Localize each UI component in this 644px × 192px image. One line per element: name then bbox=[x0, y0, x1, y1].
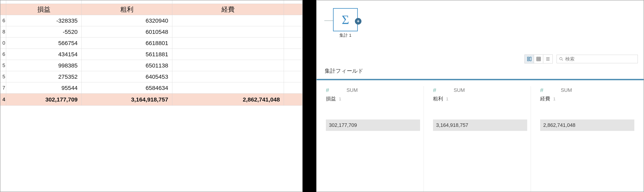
cell[interactable] bbox=[172, 38, 284, 48]
cards-icon bbox=[527, 56, 532, 62]
table-row[interactable]: 6 -328335 6320940 bbox=[0, 15, 302, 26]
cell[interactable]: 566754 bbox=[6, 38, 82, 48]
cell[interactable]: 6501138 bbox=[82, 60, 172, 71]
field-index: 1 bbox=[446, 96, 448, 101]
aggregate-value: 2,862,741,048 bbox=[540, 120, 634, 131]
table-row[interactable]: 8 -5520 6010548 bbox=[0, 26, 302, 38]
view-cards-button[interactable] bbox=[525, 55, 534, 63]
total-profit[interactable]: 302,177,709 bbox=[6, 94, 82, 106]
cell[interactable]: -5520 bbox=[6, 26, 82, 37]
view-list-button[interactable] bbox=[543, 55, 552, 63]
cell[interactable] bbox=[172, 71, 284, 82]
svg-line-12 bbox=[562, 60, 563, 61]
number-type-icon: # bbox=[433, 87, 436, 94]
cell[interactable]: 275352 bbox=[6, 71, 82, 82]
table-row[interactable]: 0 566754 6618801 bbox=[0, 38, 302, 49]
col-header-profit[interactable]: 損益 bbox=[6, 4, 82, 15]
cell[interactable]: 6584634 bbox=[82, 82, 172, 94]
flow-canvas[interactable]: Σ + 集計 1 bbox=[316, 0, 644, 52]
row-number: 8 bbox=[0, 26, 6, 37]
col-header-gross[interactable]: 粗利 bbox=[82, 4, 172, 15]
row-number: 6 bbox=[0, 15, 6, 26]
field-name: 損益 bbox=[326, 96, 336, 102]
table-row[interactable]: 5 998385 6501138 bbox=[0, 60, 302, 71]
cell[interactable] bbox=[172, 26, 284, 37]
row-number: 5 bbox=[0, 60, 6, 71]
svg-rect-3 bbox=[537, 57, 540, 61]
number-type-icon: # bbox=[326, 87, 329, 94]
svg-point-11 bbox=[560, 58, 562, 60]
table-row[interactable]: 7 95544 6584634 bbox=[0, 82, 302, 94]
row-number: 5 bbox=[0, 71, 6, 82]
row-number: 4 bbox=[0, 94, 6, 106]
spreadsheet-panel: 損益 粗利 経費 6 -328335 6320940 8 -5520 60105… bbox=[0, 0, 303, 192]
cell[interactable]: 6010548 bbox=[82, 26, 172, 37]
aggregate-value: 3,164,918,757 bbox=[433, 120, 527, 131]
row-number: 7 bbox=[0, 82, 6, 94]
field-name: 粗利 bbox=[433, 96, 443, 102]
total-expense[interactable]: 2,862,741,048 bbox=[172, 94, 284, 106]
cell[interactable] bbox=[172, 49, 284, 60]
aggregate-node[interactable]: Σ + 集計 1 bbox=[333, 8, 358, 38]
cell[interactable] bbox=[172, 60, 284, 71]
add-step-button[interactable]: + bbox=[355, 18, 362, 24]
list-icon bbox=[545, 56, 550, 62]
search-input[interactable] bbox=[565, 56, 635, 62]
node-label: 集計 1 bbox=[333, 32, 358, 38]
section-title: 集計フィールド bbox=[316, 66, 644, 80]
table-row[interactable]: 6 434154 5611881 bbox=[0, 49, 302, 60]
cell[interactable]: 5611881 bbox=[82, 49, 172, 60]
row-number: 0 bbox=[0, 38, 6, 48]
cell[interactable] bbox=[172, 15, 284, 26]
row-number: 6 bbox=[0, 49, 6, 60]
cell[interactable]: 6320940 bbox=[82, 15, 172, 26]
cell[interactable] bbox=[172, 82, 284, 94]
total-gross[interactable]: 3,164,918,757 bbox=[82, 94, 172, 106]
cell[interactable]: 6405453 bbox=[82, 71, 172, 82]
vertical-divider bbox=[303, 0, 316, 192]
field-name: 経費 bbox=[540, 96, 550, 102]
search-icon bbox=[559, 57, 563, 61]
svg-rect-2 bbox=[528, 59, 529, 61]
results-toolbar bbox=[316, 52, 644, 66]
aggregate-card-expense[interactable]: # SUM 経費 1 2,862,741,048 bbox=[537, 86, 638, 192]
aggregate-value: 302,177,709 bbox=[326, 120, 420, 131]
cell[interactable]: 6618801 bbox=[82, 38, 172, 48]
svg-rect-1 bbox=[530, 57, 531, 61]
cell[interactable]: 998385 bbox=[6, 60, 82, 71]
number-type-icon: # bbox=[540, 87, 544, 94]
aggregate-cards: # SUM 損益 1 302,177,709 # SUM 粗利 1 3,164,… bbox=[316, 80, 644, 192]
cell[interactable]: 95544 bbox=[6, 82, 82, 94]
totals-row[interactable]: 4 302,177,709 3,164,918,757 2,862,741,04… bbox=[0, 94, 302, 106]
field-index: 1 bbox=[553, 96, 556, 101]
view-toggle-group bbox=[524, 54, 553, 64]
sheet-grid[interactable]: 損益 粗利 経費 6 -328335 6320940 8 -5520 60105… bbox=[0, 0, 302, 192]
prep-panel: Σ + 集計 1 集計フィールド # SUM bbox=[316, 0, 644, 192]
aggregation-label: SUM bbox=[454, 87, 465, 93]
cell[interactable]: 434154 bbox=[6, 49, 82, 60]
cell[interactable]: -328335 bbox=[6, 15, 82, 26]
svg-rect-0 bbox=[528, 57, 529, 58]
aggregation-label: SUM bbox=[561, 87, 572, 93]
aggregation-label: SUM bbox=[346, 87, 358, 93]
grid-icon bbox=[536, 56, 541, 62]
col-header-expense[interactable]: 経費 bbox=[172, 4, 284, 15]
aggregate-card-gross[interactable]: # SUM 粗利 1 3,164,918,757 bbox=[430, 86, 531, 192]
search-box[interactable] bbox=[556, 55, 638, 63]
sigma-icon: Σ bbox=[342, 12, 349, 27]
flow-connector bbox=[324, 20, 333, 21]
sheet-header-row[interactable]: 損益 粗利 経費 bbox=[0, 4, 302, 15]
view-grid-button[interactable] bbox=[534, 55, 543, 63]
table-row[interactable]: 5 275352 6405453 bbox=[0, 71, 302, 82]
field-index: 1 bbox=[339, 96, 341, 101]
aggregate-card-profit[interactable]: # SUM 損益 1 302,177,709 bbox=[322, 86, 424, 192]
